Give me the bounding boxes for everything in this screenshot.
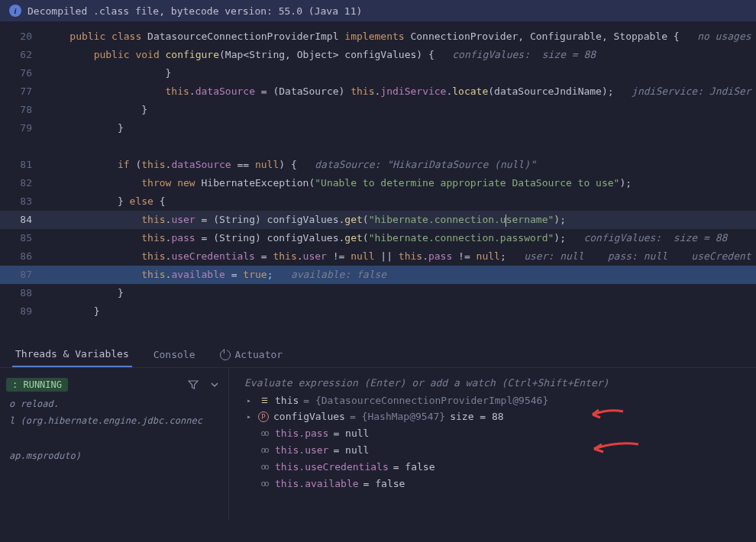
code-line: throw new HibernateException("Unable to … — [46, 174, 756, 192]
evaluate-expression-input[interactable]: Evaluate expression (Enter) or add a wat… — [235, 374, 750, 392]
line-number: 88 — [0, 284, 46, 302]
parameter-icon: P — [258, 411, 269, 422]
tab-console[interactable]: Console — [150, 343, 199, 366]
thread-status-running: : RUNNING — [6, 378, 68, 392]
line-number: 62 — [0, 46, 46, 64]
debug-panel-body: : RUNNING o reload. l (org.hibernate.eng… — [0, 368, 756, 521]
code-line: } — [46, 284, 756, 302]
code-line: public class DatasourceConnectionProvide… — [46, 27, 756, 46]
code-line: } — [46, 302, 756, 321]
tab-threads-variables[interactable]: Threads & Variables — [12, 342, 132, 367]
threads-column: : RUNNING o reload. l (org.hibernate.eng… — [0, 368, 229, 521]
tab-actuator[interactable]: Actuator — [217, 343, 286, 366]
variable-row[interactable]: oo this.pass = null — [235, 424, 750, 441]
actuator-icon — [220, 350, 231, 360]
line-number: 82 — [0, 174, 46, 192]
glasses-icon: oo — [258, 477, 270, 489]
variables-column: Evaluate expression (Enter) or add a wat… — [229, 368, 756, 521]
stack-frame[interactable]: ap.msproduto) — [0, 447, 228, 464]
stack-frame[interactable]: l (org.hibernate.engine.jdbc.connec — [0, 412, 228, 429]
variable-row[interactable]: oo this.available = false — [235, 475, 750, 492]
code-line: this.user = (String) configValues.get("h… — [46, 211, 756, 229]
debug-panel-tabs: Threads & Variables Console Actuator — [0, 336, 756, 368]
variable-row[interactable]: oo this.useCredentials = false — [235, 458, 750, 475]
code-line: this.pass = (String) configValues.get("h… — [46, 229, 756, 247]
code-line: } else { — [46, 192, 756, 211]
line-number: 77 — [0, 82, 46, 101]
line-number: 81 — [0, 156, 46, 174]
expand-icon[interactable]: ▸ — [244, 396, 254, 405]
variable-row[interactable]: ▸ P configValues = {HashMap@9547} size =… — [235, 408, 750, 424]
banner-text: Decompiled .class file, bytecode version… — [27, 5, 362, 17]
annotation-arrow — [586, 407, 625, 424]
line-number — [0, 137, 46, 156]
glasses-icon: oo — [258, 427, 270, 439]
filter-icon[interactable] — [186, 377, 201, 392]
info-icon: i — [9, 5, 21, 17]
line-number: 84 — [0, 211, 46, 229]
annotation-arrow — [586, 441, 640, 459]
line-number: 87 — [0, 266, 46, 284]
line-number: 89 — [0, 302, 46, 321]
line-number: 83 — [0, 192, 46, 211]
code-line: this.available = true; available: false — [46, 266, 756, 284]
glasses-icon: oo — [258, 460, 270, 473]
code-line — [46, 137, 756, 156]
thread-reload-hint: o reload. — [0, 395, 228, 412]
code-editor[interactable]: 20 public class DatasourceConnectionProv… — [0, 21, 756, 321]
line-number: 85 — [0, 229, 46, 247]
line-number: 79 — [0, 119, 46, 137]
line-number: 76 — [0, 64, 46, 82]
code-line: } — [46, 64, 756, 82]
line-number: 78 — [0, 101, 46, 119]
expand-icon[interactable]: ▸ — [244, 412, 254, 421]
field-icon: ☰ — [258, 394, 270, 406]
code-line: this.dataSource = (DataSource) this.jndi… — [46, 82, 756, 101]
code-line: this.useCredentials = this.user != null … — [46, 247, 756, 266]
code-line: public void configure(Map<String, Object… — [46, 46, 756, 64]
variable-row[interactable]: ▸ ☰ this = {DatasourceConnectionProvider… — [235, 392, 750, 408]
glasses-icon: oo — [258, 444, 270, 456]
line-number: 86 — [0, 247, 46, 266]
chevron-down-icon[interactable] — [207, 377, 222, 392]
code-line: } — [46, 119, 756, 137]
decompiled-banner: i Decompiled .class file, bytecode versi… — [0, 0, 756, 21]
line-number: 20 — [0, 27, 46, 46]
variable-row[interactable]: oo this.user = null — [235, 441, 750, 458]
code-line: } — [46, 101, 756, 119]
code-line: if (this.dataSource == null) { dataSourc… — [46, 156, 756, 174]
